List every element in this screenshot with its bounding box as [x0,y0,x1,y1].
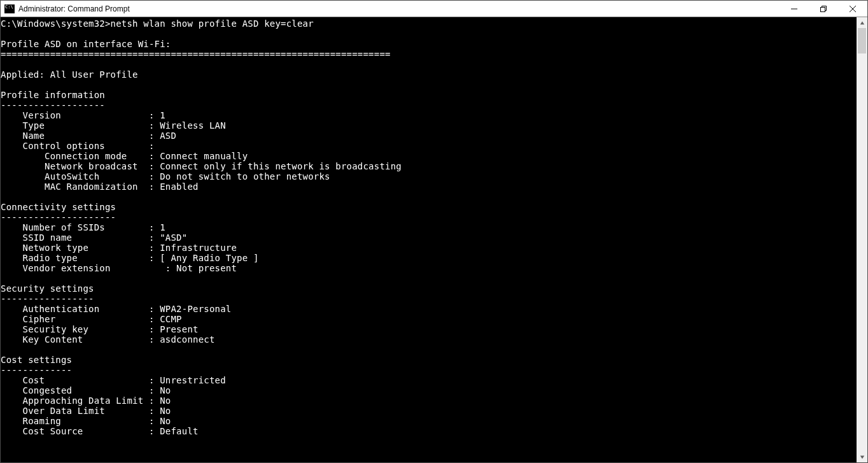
minimize-button[interactable] [780,1,809,17]
minimize-icon [791,6,797,12]
scrollbar-thumb[interactable] [858,28,866,53]
svg-marker-5 [860,455,864,459]
maximize-icon [820,6,827,12]
vertical-scrollbar[interactable] [857,17,867,462]
window-title: Administrator: Command Prompt [18,4,130,13]
window-controls [780,1,867,17]
terminal-output[interactable]: C:\Windows\system32>netsh wlan show prof… [1,17,857,462]
chevron-down-icon [860,455,865,460]
maximize-button[interactable] [809,1,838,17]
client-area: C:\Windows\system32>netsh wlan show prof… [1,17,867,462]
svg-marker-4 [860,21,864,24]
scroll-down-button[interactable] [857,452,867,462]
title-bar: Administrator: Command Prompt [1,1,867,17]
cmd-window: Administrator: Command Prompt C:\Windows… [0,0,868,463]
close-button[interactable] [838,1,867,17]
close-icon [850,6,856,12]
chevron-up-icon [860,20,865,25]
svg-rect-1 [821,7,825,11]
cmd-icon [4,4,15,13]
scroll-up-button[interactable] [857,17,867,28]
